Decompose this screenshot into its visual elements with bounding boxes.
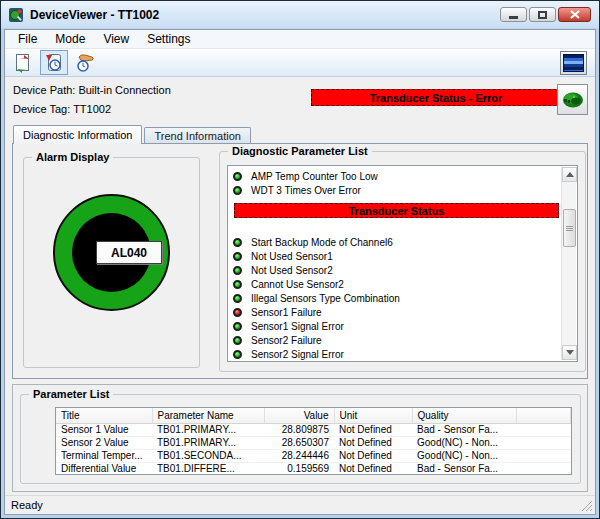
resize-grip[interactable] [581, 500, 593, 512]
scroll-down-button[interactable] [562, 345, 577, 360]
diagnostic-item-label: AMP Temp Counter Too Low [251, 171, 378, 182]
parameter-cell: Sensor 2 Value [56, 436, 152, 449]
diagnostic-list-item[interactable]: Not Used Sensor2 [233, 263, 560, 277]
diagnostic-item-label: WDT 3 Times Over Error [251, 185, 361, 196]
parameter-row[interactable]: Sensor 1 ValueTB01.PRIMARY...28.809875No… [56, 423, 571, 436]
parameter-cell-filler [516, 449, 571, 462]
close-icon [570, 10, 580, 19]
menu-file[interactable]: File [9, 31, 46, 47]
green-led-icon [233, 238, 242, 247]
diagnostic-list-item[interactable]: Cannot Use Sensor2 [233, 277, 560, 291]
column-header-unit[interactable]: Unit [334, 408, 412, 423]
diagnostic-list-item[interactable]: AMP Temp Counter Too Low [233, 169, 560, 183]
parameter-list-title: Parameter List [29, 388, 113, 400]
diagnostic-list-item[interactable]: Sensor1 Failure [233, 305, 560, 319]
tab-strip: Diagnostic Information Trend Information [5, 123, 595, 143]
diagnostic-parameter-list: AMP Temp Counter Too LowWDT 3 Times Over… [227, 165, 578, 362]
diagnostic-list-item[interactable]: WDT 3 Times Over Error [233, 183, 560, 197]
diagnostic-list-item[interactable]: Sensor2 Failure [233, 333, 560, 347]
parameter-list-panel: Parameter List TitleParameter NameValueU… [12, 384, 588, 492]
app-frame: File Mode View Settings [4, 29, 596, 515]
scroll-down-icon [566, 350, 574, 355]
parameter-cell: TB01.PRIMARY... [152, 436, 264, 449]
tab-trend-information[interactable]: Trend Information [144, 127, 250, 143]
color-scheme-button[interactable] [560, 51, 587, 75]
parameter-cell: Terminal Temper... [56, 449, 152, 462]
parameter-cell: Not Defined [334, 449, 412, 462]
tab-diagnostic-information[interactable]: Diagnostic Information [13, 125, 142, 144]
diagnostic-list-item[interactable]: Not Used Sensor1 [233, 249, 560, 263]
alarm-display-title: Alarm Display [32, 151, 113, 163]
green-device-icon [561, 89, 585, 111]
blue-stripes-swatch [563, 54, 584, 72]
green-led-icon [233, 172, 242, 181]
green-led-icon [233, 252, 242, 261]
parameter-cell: TB01.PRIMARY... [152, 423, 264, 436]
menu-mode[interactable]: Mode [46, 31, 94, 47]
column-header-value[interactable]: Value [264, 408, 334, 423]
parameter-table: TitleParameter NameValueUnitQuality Sens… [56, 408, 571, 475]
scroll-up-icon [566, 172, 574, 177]
trend-monitor-button[interactable] [40, 50, 68, 75]
parameter-cell: Good(NC) - Non... [412, 436, 516, 449]
device-image-button[interactable] [557, 84, 588, 115]
parameter-cell-filler [516, 462, 571, 475]
hand-stopwatch-icon [74, 52, 96, 74]
parameter-cell: 28.244446 [264, 449, 334, 462]
diagnostic-parameter-list-group: Diagnostic Parameter List AMP Temp Count… [219, 151, 586, 372]
alarm-ring-center: AL040 [72, 213, 151, 292]
statusbar: Ready [5, 495, 595, 514]
close-button[interactable] [558, 7, 591, 22]
diagnostic-list-item[interactable]: Start Backup Mode of Channel6 [233, 235, 560, 249]
diagnostic-list-item[interactable]: Sensor2 Signal Error [233, 347, 560, 361]
column-header-filler [516, 408, 571, 423]
upload-download-icon [12, 52, 34, 74]
parameter-cell: TB01.SECONDA... [152, 449, 264, 462]
alarm-display-group: Alarm Display AL040 [23, 157, 200, 368]
green-led-icon [233, 350, 242, 359]
diagnostic-item-label: Not Used Sensor2 [251, 265, 333, 276]
diagnostic-list-item[interactable]: Terminal Sensor Failure [233, 361, 560, 362]
scroll-up-button[interactable] [562, 167, 577, 182]
diagnostic-list-item[interactable]: Sensor1 Signal Error [233, 319, 560, 333]
diagnostic-item-label: Sensor1 Signal Error [251, 321, 344, 332]
minimize-button[interactable] [500, 7, 527, 22]
parameter-cell-filler [516, 423, 571, 436]
trend-monitor-icon [43, 52, 65, 74]
device-infobar: Device Path: Built-in Connection Device … [5, 77, 595, 123]
diagnostic-item-label: Sensor2 Failure [251, 335, 322, 346]
manual-operation-button[interactable] [71, 50, 99, 75]
diagnostic-list-item[interactable]: Illegal Sensors Type Combination [233, 291, 560, 305]
upload-download-button[interactable] [9, 50, 37, 75]
parameter-cell: Bad - Sensor Fa... [412, 462, 516, 475]
parameter-cell: 28.809875 [264, 423, 334, 436]
column-header-title[interactable]: Title [56, 408, 152, 423]
column-header-parameter-name[interactable]: Parameter Name [152, 408, 264, 423]
menu-settings[interactable]: Settings [138, 31, 199, 47]
parameter-row[interactable]: Terminal Temper...TB01.SECONDA...28.2444… [56, 449, 571, 462]
column-header-quality[interactable]: Quality [412, 408, 516, 423]
diagnostic-item-label: Illegal Sensors Type Combination [251, 293, 400, 304]
toolbar [5, 49, 595, 77]
green-led-icon [233, 336, 242, 345]
minimize-icon [509, 16, 518, 19]
transducer-error-banner: Transducer Status - Error [311, 89, 561, 106]
menubar: File Mode View Settings [5, 30, 595, 49]
parameter-cell: Differential Value [56, 462, 152, 475]
transducer-status-list-banner: Transducer Status [234, 203, 559, 218]
alarm-ring: AL040 [53, 194, 170, 311]
parameter-row[interactable]: Sensor 2 ValueTB01.PRIMARY...28.650307No… [56, 436, 571, 449]
green-led-icon [233, 266, 242, 275]
window-title: DeviceViewer - TT1002 [30, 8, 500, 22]
diagnostic-list-scrollbar[interactable] [561, 167, 576, 360]
parameter-row[interactable]: Differential ValueTB01.DIFFERE...0.15956… [56, 462, 571, 475]
scrollbar-thumb[interactable] [563, 209, 576, 247]
parameter-table-header[interactable]: TitleParameter NameValueUnitQuality [56, 408, 571, 423]
parameter-cell: 28.650307 [264, 436, 334, 449]
maximize-button[interactable] [529, 7, 556, 22]
diagnostic-item-label: Cannot Use Sensor2 [251, 279, 344, 290]
parameter-cell: 0.159569 [264, 462, 334, 475]
menu-view[interactable]: View [94, 31, 138, 47]
parameter-list-group: Parameter List TitleParameter NameValueU… [20, 394, 581, 484]
parameter-cell: Good(NC) - Non... [412, 449, 516, 462]
